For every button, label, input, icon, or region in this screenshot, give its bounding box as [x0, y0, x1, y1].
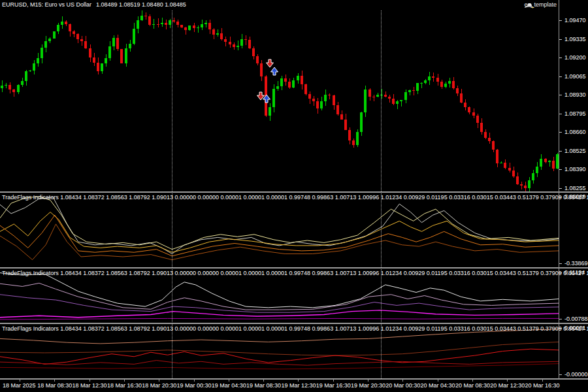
- buy-arrow: [271, 67, 278, 75]
- price-tick: [559, 169, 562, 170]
- indicator-name: TradeFlags Indicators: [2, 194, 59, 201]
- time-label: 19 Mar 08:30: [246, 382, 281, 389]
- time-label: 19 Mar 16:30: [316, 382, 351, 389]
- ea-hat-icon: [524, 1, 534, 9]
- time-label: 20 Mar 16:30: [525, 382, 560, 389]
- sell-arrow: [267, 59, 274, 67]
- indicator-values: 1.08434 1.08372 1.08563 1.08792 1.09013 …: [60, 270, 588, 276]
- price-tick: [559, 114, 562, 114]
- indicator-scale-tick: [559, 374, 562, 375]
- time-tick: [229, 380, 229, 382]
- firebrick-line: [0, 361, 559, 366]
- indicator-window-1[interactable]: TradeFlags Indicators 1.08434 1.08372 1.…: [0, 193, 559, 267]
- indicator-window-3[interactable]: TradeFlags Indicators 1.08434 1.08372 1.…: [0, 324, 559, 378]
- indicator-scale-label: -0.00788: [564, 316, 588, 322]
- price-label: 1.08795: [564, 110, 586, 117]
- time-label: 18 Mar 2025: [3, 382, 36, 389]
- time-tick: [54, 380, 55, 382]
- price-tick: [559, 151, 562, 152]
- magenta-line: [0, 310, 559, 318]
- chart-title: EURUSD, M15: Euro vs US Dollar1.08489 1.…: [2, 1, 186, 8]
- price-tick: [559, 132, 562, 133]
- indicator-window-2[interactable]: TradeFlags Indicators 1.08434 1.08372 1.…: [0, 269, 559, 323]
- time-axis[interactable]: 18 Mar 202518 Mar 08:3018 Mar 12:3018 Ma…: [0, 380, 588, 392]
- indicator-scale-tick: [559, 263, 562, 264]
- time-label: 18 Mar 12:30: [73, 382, 107, 389]
- indicator-values: 1.08434 1.08372 1.08563 1.08792 1.09013 …: [60, 325, 588, 332]
- price-label: 1.08525: [564, 148, 586, 154]
- price-tick: [559, 188, 562, 189]
- indicator-label-2: TradeFlags Indicators 1.08434 1.08372 1.…: [2, 270, 588, 276]
- red-line: [0, 349, 559, 364]
- price-label: 1.09200: [564, 54, 586, 61]
- time-label: 18 Mar 20:30: [142, 382, 176, 389]
- time-tick: [507, 380, 508, 382]
- time-tick: [368, 380, 368, 382]
- price-label: 1.08255: [564, 185, 586, 191]
- time-tick: [402, 380, 403, 382]
- time-tick: [194, 380, 195, 382]
- candlestick-chart[interactable]: [0, 0, 559, 191]
- time-tick: [159, 380, 159, 382]
- panel-separator[interactable]: [0, 323, 588, 324]
- price-tick: [559, 95, 562, 95]
- time-tick: [333, 380, 334, 382]
- time-tick: [542, 380, 543, 382]
- time-label: 18 Mar 16:30: [107, 382, 142, 389]
- indicator-scale-label: -0.00000: [564, 371, 588, 378]
- price-label: 1.08930: [564, 91, 586, 98]
- price-tick: [559, 76, 562, 77]
- time-label: 19 Mar 00:30: [177, 382, 212, 389]
- indicator-chart-1[interactable]: [0, 193, 559, 267]
- indicator-chart-3[interactable]: [0, 324, 559, 378]
- time-label: 18 Mar 08:30: [37, 382, 72, 389]
- dark-magenta-line: [0, 318, 559, 319]
- price-tick: [559, 20, 562, 21]
- price-tick: [559, 57, 562, 58]
- indicator-label-3: TradeFlags Indicators 1.08434 1.08372 1.…: [2, 325, 588, 332]
- price-label: 1.08660: [564, 129, 586, 135]
- price-label: 1.09335: [564, 36, 586, 42]
- indicator-name: TradeFlags Indicators: [2, 325, 59, 332]
- ohlc-values: 1.08489 1.08519 1.08480 1.08485: [96, 1, 186, 8]
- time-label: 19 Mar 04:30: [212, 382, 246, 389]
- time-tick: [438, 380, 438, 382]
- time-tick: [90, 380, 90, 382]
- panel-separator[interactable]: [0, 267, 588, 269]
- price-chart-panel[interactable]: EURUSD, M15: Euro vs US Dollar1.08489 1.…: [0, 0, 559, 191]
- time-tick: [20, 380, 20, 382]
- indicator-scale-tick: [559, 319, 562, 319]
- thistle-line: [0, 283, 559, 310]
- ea-template-button[interactable]: ea_template: [524, 1, 557, 8]
- chocolate-line: [0, 224, 559, 260]
- indicator-scale-label: -0.33869: [564, 260, 588, 267]
- white-line: [0, 273, 559, 308]
- orange-line: [0, 215, 559, 256]
- pale-yellow-line: [0, 197, 559, 250]
- silver-line: [0, 197, 559, 254]
- time-tick: [472, 380, 473, 382]
- price-label: 1.08390: [564, 166, 586, 172]
- price-tick: [559, 39, 562, 40]
- time-tick: [263, 380, 264, 382]
- time-label: 19 Mar 20:30: [351, 382, 385, 389]
- brownred-line: [0, 342, 559, 355]
- time-label: 20 Mar 00:30: [385, 382, 420, 389]
- mt-chart-window: EURUSD, M15: Euro vs US Dollar1.08489 1.…: [0, 0, 588, 392]
- indicator-label-1: TradeFlags Indicators 1.08434 1.08372 1.…: [2, 194, 588, 201]
- panel-separator[interactable]: [0, 378, 588, 380]
- time-tick: [298, 380, 299, 382]
- indicator-values: 1.08434 1.08372 1.08563 1.08792 1.09013 …: [60, 194, 588, 201]
- price-label: 1.09470: [564, 17, 586, 24]
- time-label: 20 Mar 12:30: [490, 382, 525, 389]
- time-label: 19 Mar 12:30: [281, 382, 316, 389]
- time-tick: [124, 380, 125, 382]
- time-label: 20 Mar 08:30: [455, 382, 490, 389]
- indicator-name: TradeFlags Indicators: [2, 270, 59, 276]
- price-label: 1.09065: [564, 73, 586, 80]
- panel-separator[interactable]: [0, 191, 588, 193]
- time-label: 20 Mar 04:30: [421, 382, 455, 389]
- indicator-chart-2[interactable]: [0, 269, 559, 323]
- symbol-title: EURUSD, M15: Euro vs US Dollar: [2, 1, 91, 8]
- gold-line: [0, 212, 559, 253]
